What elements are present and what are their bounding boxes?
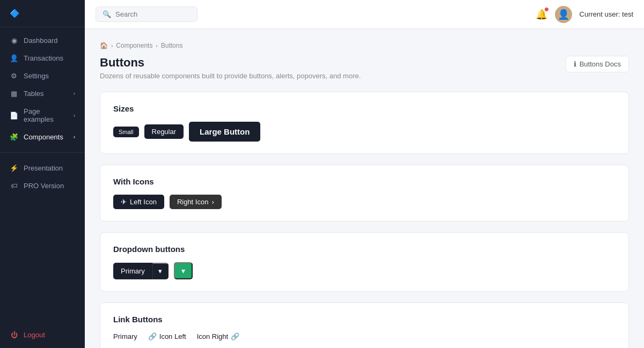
sidebar-item-settings[interactable]: ⚙ Settings — [0, 67, 85, 85]
page-examples-icon: 📄 — [10, 112, 18, 120]
header: 🔍 🔔 👤 Current user: test — [85, 0, 644, 29]
dropdown-button-row: Primary ▾ ▾ — [113, 262, 616, 279]
link-buttons-title: Link Buttons — [113, 315, 616, 324]
link-buttons-section: Link Buttons Primary 🔗 Icon Left Icon Ri… — [100, 302, 629, 348]
page-title-block: Buttons Dozens of reusable components bu… — [100, 56, 361, 80]
sidebar-item-label: Dashboard — [24, 36, 58, 45]
link-icon-left-label: Icon Left — [159, 332, 186, 340]
sidebar-item-label: Tables — [24, 90, 44, 98]
green-dropdown-icon: ▾ — [181, 266, 185, 275]
link-icon-right: 🔗 — [231, 332, 239, 340]
dropdown-title: Dropdown buttons — [113, 245, 616, 254]
dropdown-section: Dropdown buttons Primary ▾ ▾ — [100, 232, 629, 292]
sidebar-item-pro-version[interactable]: 🏷 PRO Version — [0, 177, 85, 195]
content-area: 🏠 › Components › Buttons Buttons Dozens … — [85, 29, 644, 348]
tables-icon: ▦ — [10, 90, 18, 98]
size-regular-button[interactable]: Regular — [144, 124, 184, 139]
sidebar-item-page-examples[interactable]: 📄 Page examples › — [0, 102, 85, 128]
size-large-button[interactable]: Large Button — [189, 122, 260, 142]
regular-button-label: Regular — [152, 128, 177, 136]
sidebar-item-label: Components — [24, 133, 63, 141]
sidebar-item-label: Transactions — [24, 54, 63, 62]
main-area: 🔍 🔔 👤 Current user: test 🏠 › Components … — [85, 0, 644, 348]
docs-button-label: Buttons Docs — [580, 60, 621, 68]
dropdown-green-button[interactable]: ▾ — [174, 262, 193, 279]
size-small-button[interactable]: Small — [113, 127, 139, 137]
page-subtitle: Dozens of reusable components built to p… — [100, 72, 361, 80]
dropdown-primary-label: Primary — [121, 267, 145, 275]
large-button-label: Large Button — [200, 127, 250, 136]
link-icon-right-button[interactable]: Icon Right 🔗 — [197, 332, 240, 340]
sidebar-item-label: Presentation — [24, 164, 63, 172]
sidebar: 🔷 ◉ Dashboard 👤 Transactions ⚙ Settings … — [0, 0, 85, 348]
link-icon: 🔗 — [148, 332, 157, 340]
breadcrumb: 🏠 › Components › Buttons — [100, 42, 629, 49]
right-icon-label: Right Icon — [177, 198, 209, 206]
sidebar-item-label: PRO Version — [24, 182, 64, 190]
notification-dot — [545, 8, 548, 11]
logo-icon: 🔷 — [10, 9, 20, 18]
chevron-right-icon: › — [74, 91, 75, 97]
sidebar-divider — [0, 152, 85, 153]
dropdown-caret-button[interactable]: ▾ — [152, 263, 169, 279]
sidebar-item-logout[interactable]: ⏻ Logout — [0, 326, 85, 344]
page-title: Buttons — [100, 56, 361, 70]
dashboard-icon: ◉ — [10, 36, 18, 45]
user-label: Current user: test — [580, 10, 633, 18]
breadcrumb-sep: › — [156, 43, 157, 49]
link-icon-right-label: Icon Right — [197, 332, 229, 340]
link-primary-label: Primary — [113, 332, 137, 340]
breadcrumb-components[interactable]: Components — [116, 42, 152, 49]
link-icon-left-button[interactable]: 🔗 Icon Left — [148, 332, 186, 340]
sidebar-item-components[interactable]: 🧩 Components › — [0, 128, 85, 146]
avatar: 👤 — [555, 6, 572, 23]
logout-icon: ⏻ — [10, 331, 18, 339]
header-right: 🔔 👤 Current user: test — [536, 6, 633, 23]
sidebar-item-presentation[interactable]: ⚡ Presentation — [0, 159, 85, 177]
chevron-right-icon: › — [74, 134, 75, 140]
sidebar-bottom: ⏻ Logout — [0, 322, 85, 348]
with-icons-title: With Icons — [113, 177, 616, 186]
link-primary-button[interactable]: Primary — [113, 332, 137, 340]
sidebar-item-label: Page examples — [24, 107, 68, 123]
chevron-right-icon: › — [74, 113, 75, 119]
sidebar-navigation: ◉ Dashboard 👤 Transactions ⚙ Settings ▦ … — [0, 27, 85, 322]
notifications-button[interactable]: 🔔 — [536, 9, 547, 20]
sidebar-logo: 🔷 — [0, 0, 85, 27]
icons-button-row: ✈ Left Icon Right Icon › — [113, 195, 616, 209]
page-header: Buttons Dozens of reusable components bu… — [100, 56, 629, 80]
left-icon-label: Left Icon — [130, 198, 157, 206]
logout-label: Logout — [24, 331, 45, 339]
docs-button[interactable]: ℹ Buttons Docs — [566, 56, 629, 72]
arrow-right-icon: › — [211, 198, 214, 206]
left-icon-button[interactable]: ✈ Left Icon — [113, 195, 164, 209]
settings-icon: ⚙ — [10, 72, 18, 80]
small-button-label: Small — [119, 129, 134, 135]
send-icon: ✈ — [121, 198, 127, 206]
right-icon-button[interactable]: Right Icon › — [170, 195, 222, 209]
info-icon: ℹ — [574, 60, 576, 68]
search-icon: 🔍 — [103, 10, 111, 18]
search-box[interactable]: 🔍 — [96, 6, 197, 22]
sizes-title: Sizes — [113, 104, 616, 113]
components-icon: 🧩 — [10, 133, 18, 141]
dropdown-group: Primary ▾ — [113, 263, 169, 279]
sidebar-item-label: Settings — [24, 72, 49, 80]
breadcrumb-current: Buttons — [161, 42, 183, 49]
caret-down-icon: ▾ — [158, 267, 162, 275]
home-icon[interactable]: 🏠 — [100, 42, 108, 49]
breadcrumb-sep: › — [111, 43, 113, 49]
pro-version-icon: 🏷 — [10, 182, 18, 190]
sidebar-item-transactions[interactable]: 👤 Transactions — [0, 49, 85, 67]
sidebar-item-tables[interactable]: ▦ Tables › — [0, 85, 85, 102]
sizes-button-row: Small Regular Large Button — [113, 122, 616, 142]
dropdown-primary-button[interactable]: Primary — [113, 263, 152, 279]
search-input[interactable] — [115, 10, 191, 18]
link-buttons-row: Primary 🔗 Icon Left Icon Right 🔗 — [113, 332, 616, 340]
sidebar-item-dashboard[interactable]: ◉ Dashboard — [0, 32, 85, 49]
sizes-section: Sizes Small Regular Large Button — [100, 92, 629, 154]
with-icons-section: With Icons ✈ Left Icon Right Icon › — [100, 165, 629, 221]
presentation-icon: ⚡ — [10, 164, 18, 172]
transactions-icon: 👤 — [10, 54, 18, 62]
